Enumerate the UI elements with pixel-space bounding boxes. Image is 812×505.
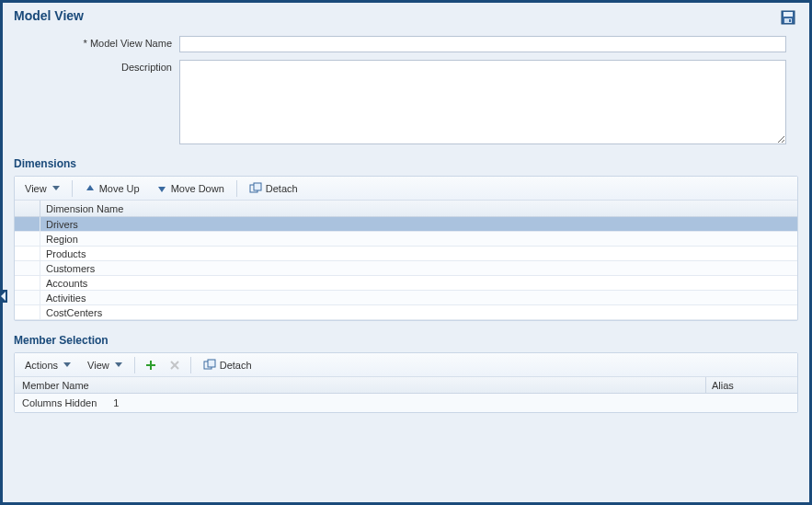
dimension-name-cell: Accounts bbox=[40, 278, 797, 289]
table-row[interactable]: Accounts bbox=[15, 276, 797, 291]
save-button[interactable] bbox=[778, 8, 798, 27]
row-handle[interactable] bbox=[15, 276, 40, 290]
dimensions-section-title: Dimensions bbox=[14, 157, 798, 170]
svg-rect-2 bbox=[783, 12, 793, 17]
svg-rect-4 bbox=[789, 19, 791, 22]
toolbar-separator bbox=[134, 357, 135, 373]
dimensions-panel: View Move Up Move Down bbox=[14, 176, 798, 321]
table-row[interactable]: Region bbox=[15, 232, 797, 247]
row-handle[interactable] bbox=[15, 217, 40, 231]
members-status-row: Columns Hidden 1 bbox=[15, 394, 797, 412]
table-row[interactable]: Customers bbox=[15, 261, 797, 276]
model-view-name-label-text: Model View Name bbox=[90, 38, 172, 49]
table-row[interactable]: Products bbox=[15, 247, 797, 261]
columns-hidden-count: 1 bbox=[113, 397, 119, 408]
dimensions-view-label: View bbox=[25, 183, 47, 194]
caret-down-icon bbox=[115, 362, 122, 367]
toolbar-separator bbox=[72, 180, 73, 197]
table-row[interactable]: Activities bbox=[15, 291, 797, 305]
dimension-name-cell: Region bbox=[40, 234, 797, 245]
member-name-column-header[interactable]: Member Name bbox=[15, 380, 705, 391]
move-up-button[interactable]: Move Up bbox=[78, 180, 146, 197]
arrow-down-icon bbox=[156, 183, 167, 194]
detach-icon bbox=[249, 182, 262, 195]
model-view-name-label: * Model View Name bbox=[14, 36, 179, 49]
move-down-label: Move Down bbox=[171, 183, 224, 194]
svg-marker-5 bbox=[86, 185, 94, 190]
delete-x-icon bbox=[168, 359, 181, 372]
table-row[interactable]: Drivers bbox=[15, 217, 797, 232]
dimension-name-cell: Customers bbox=[40, 263, 797, 274]
dimension-name-cell: Products bbox=[40, 248, 797, 259]
alias-column-header[interactable]: Alias bbox=[705, 377, 797, 393]
plus-icon bbox=[144, 359, 157, 372]
table-row[interactable]: CostCenters bbox=[15, 305, 797, 320]
dimensions-grid-header: Dimension Name bbox=[15, 201, 797, 217]
members-toolbar: Actions View bbox=[15, 353, 797, 377]
expand-collapse-handle[interactable] bbox=[0, 290, 7, 303]
dimensions-detach-button[interactable]: Detach bbox=[243, 179, 304, 198]
svg-rect-8 bbox=[254, 183, 261, 190]
row-handle[interactable] bbox=[15, 247, 40, 260]
members-view-menu[interactable]: View bbox=[81, 357, 129, 373]
caret-down-icon bbox=[63, 362, 71, 367]
arrow-up-icon bbox=[85, 183, 96, 194]
dimensions-detach-label: Detach bbox=[266, 183, 298, 194]
dimensions-grid-body: DriversRegionProductsCustomersAccountsAc… bbox=[15, 217, 797, 320]
row-handle[interactable] bbox=[15, 305, 40, 319]
members-grid-header: Member Name Alias bbox=[15, 377, 797, 394]
add-member-button[interactable] bbox=[141, 356, 161, 374]
delete-member-button[interactable] bbox=[165, 356, 185, 374]
svg-marker-6 bbox=[158, 187, 166, 192]
caret-down-icon bbox=[52, 186, 60, 190]
required-marker: * bbox=[84, 38, 87, 49]
row-handle[interactable] bbox=[15, 261, 40, 275]
row-handle[interactable] bbox=[15, 232, 40, 246]
toolbar-separator bbox=[236, 180, 237, 197]
members-actions-label: Actions bbox=[25, 360, 58, 371]
dimensions-toolbar: View Move Up Move Down bbox=[15, 177, 797, 201]
svg-rect-10 bbox=[146, 364, 155, 366]
svg-rect-14 bbox=[208, 360, 215, 367]
dimension-name-cell: Drivers bbox=[40, 219, 797, 230]
dimension-name-cell: Activities bbox=[40, 293, 797, 304]
description-label: Description bbox=[14, 60, 179, 73]
save-icon bbox=[780, 9, 796, 26]
model-view-name-input[interactable] bbox=[179, 36, 786, 52]
page-title: Model View bbox=[14, 8, 84, 23]
move-up-label: Move Up bbox=[99, 183, 140, 194]
members-actions-menu[interactable]: Actions bbox=[18, 357, 77, 373]
row-handle[interactable] bbox=[15, 291, 40, 304]
toolbar-separator bbox=[190, 357, 191, 373]
dimensions-view-menu[interactable]: View bbox=[18, 180, 66, 197]
members-detach-button[interactable]: Detach bbox=[197, 356, 258, 374]
columns-hidden-label: Columns Hidden bbox=[22, 397, 97, 408]
svg-marker-0 bbox=[1, 292, 6, 301]
description-textarea[interactable] bbox=[179, 60, 786, 144]
members-view-label: View bbox=[87, 360, 109, 371]
dimension-name-column-header[interactable]: Dimension Name bbox=[40, 203, 797, 214]
row-handle-column bbox=[15, 201, 40, 216]
dimension-name-cell: CostCenters bbox=[40, 307, 797, 318]
member-selection-panel: Actions View bbox=[14, 352, 798, 413]
move-down-button[interactable]: Move Down bbox=[150, 180, 231, 197]
detach-icon bbox=[203, 359, 216, 372]
members-detach-label: Detach bbox=[220, 360, 252, 371]
member-selection-title: Member Selection bbox=[14, 334, 798, 347]
